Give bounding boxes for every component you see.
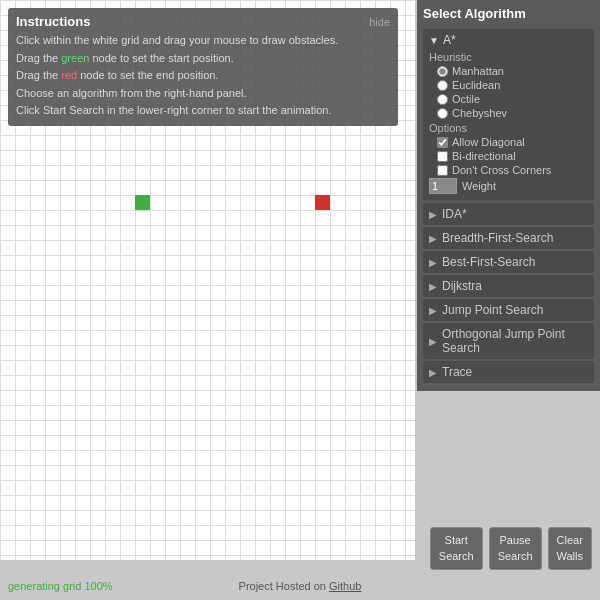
options-group: Allow Diagonal Bi-directional Don't Cros…	[437, 136, 588, 176]
astar-options: Heuristic Manhattan Euclidean Octile Che…	[429, 51, 588, 194]
panel-title: Select Algorithm	[423, 6, 594, 24]
algo-jps[interactable]: ▶ Jump Point Search	[423, 299, 594, 321]
bfs-arrow: ▶	[429, 233, 437, 244]
hide-button[interactable]: hide	[369, 16, 390, 28]
heuristic-label: Heuristic	[429, 51, 588, 63]
algo-ojps[interactable]: ▶ Orthogonal Jump Point Search	[423, 323, 594, 359]
heuristic-manhattan[interactable]: Manhattan	[437, 65, 588, 77]
jps-label: Jump Point Search	[442, 303, 543, 317]
best-first-label: Best-First-Search	[442, 255, 535, 269]
green-word: green	[61, 52, 89, 64]
dijkstra-label: Dijkstra	[442, 279, 482, 293]
red-word: red	[61, 69, 77, 81]
start-node[interactable]	[135, 195, 150, 210]
end-node[interactable]	[315, 195, 330, 210]
instruction-line-3: Drag the red node to set the end positio…	[16, 67, 390, 85]
instructions-body: Click within the white grid and drag you…	[16, 32, 390, 120]
instruction-line-1: Click within the white grid and drag you…	[16, 32, 390, 50]
heuristic-chebyshev[interactable]: Chebyshev	[437, 107, 588, 119]
heuristic-euclidean[interactable]: Euclidean	[437, 79, 588, 91]
astar-section: ▼ A* Heuristic Manhattan Euclidean Octil…	[423, 29, 594, 200]
dijkstra-arrow: ▶	[429, 281, 437, 292]
ojps-label: Orthogonal Jump Point Search	[442, 327, 588, 355]
astar-header[interactable]: ▼ A*	[429, 33, 588, 47]
trace-arrow: ▶	[429, 367, 437, 378]
algo-dijkstra[interactable]: ▶ Dijkstra	[423, 275, 594, 297]
heuristic-octile[interactable]: Octile	[437, 93, 588, 105]
algorithm-panel: Select Algorithm ▼ A* Heuristic Manhatta…	[417, 0, 600, 391]
ojps-arrow: ▶	[429, 336, 437, 347]
instruction-line-4: Choose an algorithm from the right-hand …	[16, 85, 390, 103]
best-first-arrow: ▶	[429, 257, 437, 268]
option-dont-cross-corners[interactable]: Don't Cross Corners	[437, 164, 588, 176]
ida-arrow: ▶	[429, 209, 437, 220]
footer-text: Project Hosted on	[239, 580, 326, 592]
astar-arrow: ▼	[429, 35, 439, 46]
heuristic-group: Manhattan Euclidean Octile Chebyshev	[437, 65, 588, 119]
pause-search-button[interactable]: PauseSearch	[489, 527, 542, 570]
weight-input[interactable]	[429, 178, 457, 194]
algo-trace[interactable]: ▶ Trace	[423, 361, 594, 383]
status-bar: generating grid 100%	[8, 580, 113, 592]
option-allow-diagonal[interactable]: Allow Diagonal	[437, 136, 588, 148]
weight-row: Weight	[429, 178, 588, 194]
algo-ida-star[interactable]: ▶ IDA*	[423, 203, 594, 225]
algo-bfs[interactable]: ▶ Breadth-First-Search	[423, 227, 594, 249]
footer: Project Hosted on Github	[239, 580, 362, 592]
astar-label: A*	[443, 33, 456, 47]
github-link[interactable]: Github	[329, 580, 361, 592]
options-label: Options	[429, 122, 588, 134]
jps-arrow: ▶	[429, 305, 437, 316]
instructions-panel: Instructions hide Click within the white…	[8, 8, 398, 126]
algo-best-first[interactable]: ▶ Best-First-Search	[423, 251, 594, 273]
bfs-label: Breadth-First-Search	[442, 231, 553, 245]
ida-label: IDA*	[442, 207, 467, 221]
bottom-buttons: StartSearch PauseSearch ClearWalls	[430, 527, 592, 570]
status-text: generating grid 100%	[8, 580, 113, 592]
instruction-line-5: Click Start Search in the lower-right co…	[16, 102, 390, 120]
start-search-button[interactable]: StartSearch	[430, 527, 483, 570]
trace-label: Trace	[442, 365, 472, 379]
instructions-title: Instructions	[16, 14, 90, 29]
instruction-line-2: Drag the green node to set the start pos…	[16, 50, 390, 68]
clear-walls-button[interactable]: ClearWalls	[548, 527, 592, 570]
weight-label: Weight	[462, 180, 496, 192]
option-bidirectional[interactable]: Bi-directional	[437, 150, 588, 162]
